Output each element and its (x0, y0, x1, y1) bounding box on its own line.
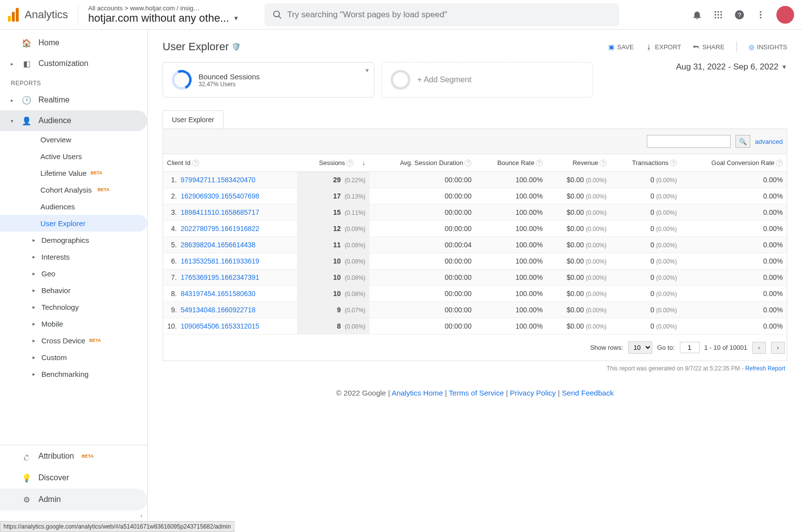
generated-note: This report was generated on 9/7/22 at 5… (163, 361, 787, 382)
cell-goal-rate: 0.00% (681, 221, 787, 237)
share-button[interactable]: ⮪SHARE (693, 43, 725, 51)
svg-point-14 (760, 14, 761, 15)
help-icon[interactable]: ? (600, 160, 606, 166)
browser-status-bar: https://analytics.google.com/analytics/w… (0, 521, 234, 532)
bell-icon[interactable] (692, 9, 702, 20)
search-input[interactable] (287, 10, 611, 20)
sub-geo[interactable]: Geo (0, 265, 147, 282)
table-search-input[interactable] (647, 135, 731, 148)
property-name: hotjar.com without any othe... (88, 12, 229, 25)
client-id-link[interactable]: 1629069309.1655407698 (181, 192, 260, 200)
sub-demographics[interactable]: Demographics (0, 232, 147, 248)
date-range-picker[interactable]: Aug 31, 2022 - Sep 6, 2022 ▼ (676, 62, 787, 72)
export-button[interactable]: ⭳EXPORT (646, 43, 681, 51)
prev-page-button[interactable]: ‹ (752, 342, 766, 354)
add-segment-card[interactable]: + Add Segment (381, 62, 593, 98)
search-bar[interactable] (265, 3, 619, 26)
collapse-sidebar-icon[interactable]: ‹ (0, 510, 147, 521)
col-transactions[interactable]: Transactions? (610, 154, 681, 172)
account-avatar[interactable] (776, 6, 794, 24)
client-id-link[interactable]: 1765369195.1662347391 (181, 273, 260, 281)
nav-audience[interactable]: ▾👤 Audience (0, 110, 147, 131)
sub-interests[interactable]: Interests (0, 248, 147, 265)
nav-admin[interactable]: ⚙ Admin (0, 489, 147, 510)
date-range-text: Aug 31, 2022 - Sep 6, 2022 (676, 62, 778, 72)
col-goal-rate[interactable]: Goal Conversion Rate? (681, 154, 787, 172)
sub-custom[interactable]: Custom (0, 349, 147, 366)
table-search-button[interactable]: 🔍 (735, 135, 750, 148)
sub-cross-device[interactable]: Cross DeviceBETA (0, 332, 147, 349)
sub-benchmarking[interactable]: Benchmarking (0, 366, 147, 382)
overflow-menu-icon[interactable] (756, 10, 766, 20)
help-icon[interactable]: ? (734, 9, 745, 20)
cell-bounce: 100.00% (475, 172, 546, 188)
nav-home[interactable]: 🏠 Home (0, 33, 147, 53)
client-id-link[interactable]: 1613532581.1661933619 (181, 257, 260, 265)
nav-realtime[interactable]: ▸🕒 Realtime (0, 90, 147, 110)
footer-link-tos[interactable]: Terms of Service (449, 389, 504, 397)
cell-transactions: 0(0.00%) (610, 188, 681, 204)
apps-grid-icon[interactable] (713, 10, 723, 20)
advanced-link[interactable]: advanced (755, 138, 783, 145)
logo-block[interactable]: Analytics (8, 8, 68, 22)
nav-attribution[interactable]: උ AttributionBETA (0, 445, 147, 467)
refresh-link[interactable]: Refresh Report (745, 365, 785, 372)
cell-duration: 00:00:04 (369, 237, 475, 253)
sub-active-users[interactable]: Active Users (0, 148, 147, 165)
help-icon[interactable]: ? (346, 160, 353, 166)
segment-subtitle: 32.47% Users (199, 81, 260, 88)
client-id-link[interactable]: 1090854506.1653312015 (181, 322, 260, 330)
sub-technology[interactable]: Technology (0, 299, 147, 315)
rows-select[interactable]: 10 (628, 341, 652, 354)
help-icon[interactable]: ? (776, 160, 783, 166)
client-id-link[interactable]: 1898411510.1658685717 (181, 208, 260, 216)
cell-transactions: 0(0.00%) (610, 221, 681, 237)
property-selector[interactable]: All accounts > www.hotjar.com / insig… h… (88, 4, 256, 25)
next-page-button[interactable]: › (771, 342, 785, 354)
footer-link-home[interactable]: Analytics Home (392, 389, 443, 397)
add-segment-label: + Add Segment (417, 75, 471, 84)
svg-point-5 (715, 14, 716, 15)
cell-sessions: 12(0.09%) (297, 221, 369, 237)
help-icon[interactable]: ? (536, 160, 543, 166)
client-id-link[interactable]: 979942711.1583420470 (181, 176, 256, 184)
sub-mobile[interactable]: Mobile (0, 315, 147, 332)
cell-revenue: $0.00(0.00%) (547, 221, 611, 237)
chevron-down-icon[interactable]: ▾ (366, 66, 369, 74)
client-id-link[interactable]: 286398204.1656614438 (181, 241, 256, 249)
col-revenue[interactable]: Revenue? (547, 154, 611, 172)
sub-overview[interactable]: Overview (0, 131, 147, 148)
sub-audiences[interactable]: Audiences (0, 198, 147, 215)
col-sessions[interactable]: Sessions?↓ (297, 154, 369, 172)
cell-revenue: $0.00(0.00%) (547, 318, 611, 334)
footer-link-feedback[interactable]: Send Feedback (562, 389, 614, 397)
nav-label: Attribution (38, 452, 74, 461)
client-id-link[interactable]: 2022780795.1661916822 (181, 225, 260, 233)
nav-discover[interactable]: 💡 Discover (0, 467, 147, 489)
col-avg-duration[interactable]: Avg. Session Duration? (369, 154, 475, 172)
help-icon[interactable]: ? (465, 160, 471, 166)
cell-sessions: 10(0.08%) (297, 269, 369, 286)
sub-behavior[interactable]: Behavior (0, 282, 147, 299)
cell-transactions: 0(0.00%) (610, 253, 681, 269)
col-client-id[interactable]: Client Id? (163, 154, 297, 172)
sub-user-explorer[interactable]: User Explorer (0, 215, 147, 232)
tab-user-explorer[interactable]: User Explorer (163, 110, 224, 129)
col-bounce[interactable]: Bounce Rate? (475, 154, 546, 172)
sub-lifetime-value[interactable]: Lifetime ValueBETA (0, 165, 147, 181)
cell-bounce: 100.00% (475, 318, 546, 334)
help-icon[interactable]: ? (670, 160, 677, 166)
goto-input[interactable] (680, 342, 700, 353)
cell-sessions: 8(0.06%) (297, 318, 369, 334)
sub-cohort[interactable]: Cohort AnalysisBETA (0, 181, 147, 198)
help-icon[interactable]: ? (192, 160, 199, 166)
footer-link-privacy[interactable]: Privacy Policy (510, 389, 556, 397)
nav-customization[interactable]: ▸◧ Customization (0, 53, 147, 74)
nav-label: Audience (38, 116, 71, 125)
client-id-link[interactable]: 549134048.1660922718 (181, 306, 256, 314)
save-button[interactable]: ▣SAVE (608, 43, 634, 51)
bulb-icon: 💡 (22, 473, 32, 483)
client-id-link[interactable]: 843197454.1651580630 (181, 290, 256, 298)
segment-card[interactable]: Bounced Sessions 32.47% Users ▾ (163, 62, 374, 98)
insights-button[interactable]: ◎INSIGHTS (749, 43, 787, 51)
